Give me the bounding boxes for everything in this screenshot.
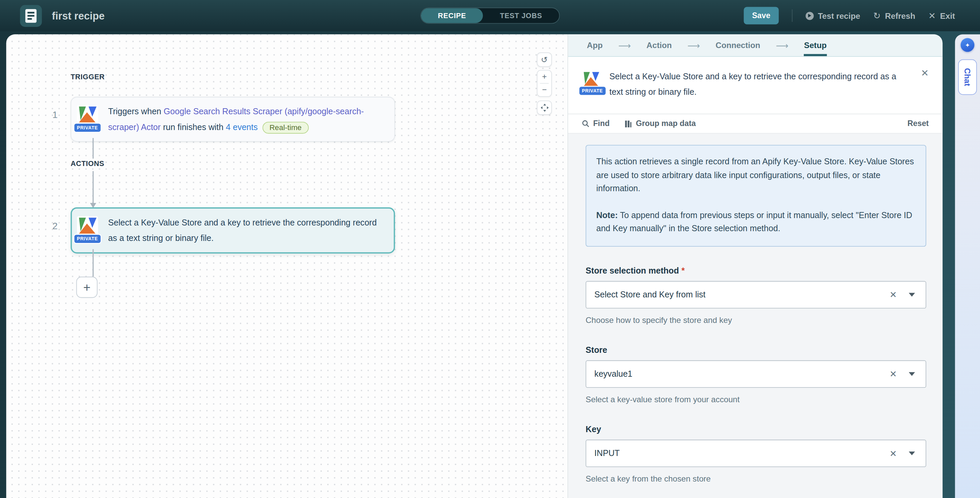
panel-toolbar: Find Group map data Reset — [568, 114, 942, 134]
note-text: Note: To append data from previous steps… — [596, 208, 915, 235]
arrow-right-icon: ⟶ — [776, 34, 788, 56]
chat-tab-label: Chat — [963, 68, 972, 86]
field-label: Store — [585, 345, 926, 355]
connector-line — [92, 249, 94, 277]
required-asterisk: * — [681, 266, 685, 275]
topbar-actions: Save Test recipe ↻ Refresh ✕ Exit — [744, 7, 955, 24]
group-map-data-button[interactable]: Group map data — [625, 119, 696, 128]
field-helper-text: Select a key from the chosen store — [585, 474, 926, 483]
mode-toggle: RECIPE TEST JOBS — [420, 7, 560, 24]
apify-logo-icon: PRIVATE — [77, 105, 98, 126]
key-select[interactable]: INPUT ✕ — [585, 439, 926, 467]
chat-tab[interactable]: Chat — [958, 59, 977, 95]
search-icon — [582, 120, 589, 127]
refresh-button[interactable]: ↻ Refresh — [873, 11, 915, 21]
field-label: Store selection method* — [585, 266, 926, 275]
panel-header: PRIVATE Select a Key-Value Store and a k… — [568, 57, 942, 114]
tab-test-jobs[interactable]: TEST JOBS — [483, 8, 559, 23]
field-label: Key — [585, 424, 926, 434]
trigger-node-text: Triggers when Google Search Results Scra… — [108, 103, 386, 135]
events-link[interactable]: 4 events — [226, 122, 258, 132]
app-logo-button[interactable] — [20, 5, 42, 27]
app-window: first recipe RECIPE TEST JOBS Save Test … — [0, 0, 980, 498]
field-helper-text: Choose how to specify the store and key — [585, 315, 926, 325]
main-card: TRIGGER 1 PRIVATE Triggers when Google S… — [6, 34, 943, 498]
test-recipe-button[interactable]: Test recipe — [805, 11, 860, 21]
connector-line — [92, 138, 94, 159]
action-description-box: This action retrieves a single record fr… — [585, 145, 926, 246]
save-button[interactable]: Save — [744, 7, 778, 24]
field-helper-text: Select a key-value store from your accou… — [585, 395, 926, 404]
selected-value: keyvalue1 — [594, 369, 889, 378]
find-button[interactable]: Find — [582, 119, 609, 128]
node-number: 1 — [48, 109, 62, 120]
field-store-selection-method: Store selection method* Select Store and… — [585, 266, 926, 325]
zoom-controls: + − — [537, 70, 552, 97]
chevron-down-icon[interactable] — [909, 372, 915, 376]
connector-line — [92, 171, 94, 203]
sparkles-icon: ✦ — [965, 42, 970, 48]
fit-view-icon — [541, 103, 549, 111]
topbar-divider — [792, 10, 792, 22]
trigger-node[interactable]: PRIVATE Triggers when Google Search Resu… — [71, 97, 395, 142]
field-key: Key INPUT ✕ Select a key from the chosen… — [585, 424, 926, 483]
refresh-icon: ↻ — [873, 11, 881, 21]
document-icon — [25, 8, 37, 23]
apify-logo-icon: PRIVATE — [77, 216, 98, 237]
play-icon — [805, 11, 813, 19]
fit-view-button[interactable] — [537, 100, 552, 115]
store-select[interactable]: keyvalue1 ✕ — [585, 360, 926, 387]
undo-icon: ↺ — [541, 53, 548, 67]
action-node-selected[interactable]: PRIVATE Select a Key-Value Store and a k… — [71, 207, 395, 254]
reset-button[interactable]: Reset — [907, 119, 929, 128]
field-store: Store keyvalue1 ✕ Select a key-value sto… — [585, 345, 926, 404]
actions-section-label: ACTIONS — [71, 160, 104, 167]
step-connection[interactable]: Connection — [716, 34, 760, 56]
step-setup[interactable]: Setup — [804, 34, 827, 56]
wizard-steps: App ⟶ Action ⟶ Connection ⟶ Setup — [568, 34, 942, 57]
tab-recipe[interactable]: RECIPE — [421, 8, 483, 23]
step-action[interactable]: Action — [646, 34, 671, 56]
trigger-section-label: TRIGGER — [71, 73, 105, 80]
workflow-canvas[interactable]: TRIGGER 1 PRIVATE Triggers when Google S… — [6, 34, 568, 498]
private-badge: PRIVATE — [74, 235, 100, 243]
step-app[interactable]: App — [587, 34, 603, 56]
plus-icon: + — [83, 280, 91, 295]
arrow-right-icon: ⟶ — [687, 34, 700, 56]
top-bar: first recipe RECIPE TEST JOBS Save Test … — [0, 0, 980, 31]
panel-content: This action retrieves a single record fr… — [568, 134, 942, 498]
clear-icon[interactable]: ✕ — [889, 369, 897, 379]
chat-sidebar: ✦ Chat — [955, 34, 980, 498]
chevron-down-icon[interactable] — [909, 293, 915, 297]
panel-title: Select a Key-Value Store and a key to re… — [609, 68, 905, 100]
reset-view-button[interactable]: ↺ — [537, 52, 552, 67]
realtime-badge: Real-time — [262, 122, 309, 133]
store-selection-method-select[interactable]: Select Store and Key from list ✕ — [585, 281, 926, 308]
description-text: This action retrieves a single record fr… — [596, 155, 915, 195]
setup-panel: App ⟶ Action ⟶ Connection ⟶ Setup PRIVAT… — [567, 34, 942, 498]
private-badge: PRIVATE — [74, 124, 100, 132]
clear-icon[interactable]: ✕ — [889, 289, 897, 300]
selected-value: Select Store and Key from list — [594, 290, 889, 299]
clear-icon[interactable]: ✕ — [889, 448, 897, 458]
zoom-out-button[interactable]: − — [542, 84, 547, 96]
private-badge: PRIVATE — [579, 87, 605, 95]
exit-button[interactable]: ✕ Exit — [929, 11, 955, 21]
close-panel-icon[interactable]: ✕ — [921, 68, 929, 79]
node-number: 2 — [48, 220, 62, 231]
selected-value: INPUT — [594, 448, 889, 458]
action-node-text: Select a Key-Value Store and a key to re… — [108, 215, 385, 246]
group-data-icon — [625, 120, 632, 127]
zoom-in-button[interactable]: + — [542, 71, 547, 83]
apify-logo-icon: PRIVATE — [582, 71, 601, 89]
add-step-button[interactable]: + — [76, 276, 97, 298]
page-title: first recipe — [52, 10, 105, 22]
ai-assistant-button[interactable]: ✦ — [961, 38, 974, 52]
chevron-down-icon[interactable] — [909, 451, 915, 455]
close-icon: ✕ — [929, 11, 936, 21]
arrow-right-icon: ⟶ — [618, 34, 631, 56]
